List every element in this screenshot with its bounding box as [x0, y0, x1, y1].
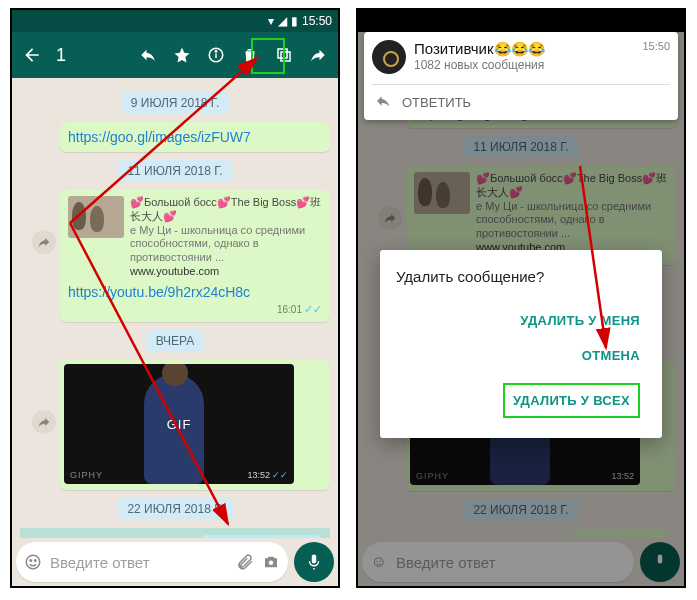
svg-rect-4 — [278, 49, 287, 58]
gif-preview[interactable]: GIF GIPHY 13:52✓✓ — [64, 364, 294, 484]
copy-icon[interactable] — [268, 39, 300, 71]
gif-label: GIF — [167, 416, 192, 431]
read-ticks-icon: ✓✓ — [272, 470, 288, 480]
emoji-icon[interactable] — [24, 553, 42, 571]
forward-bubble-icon[interactable] — [32, 410, 56, 434]
info-icon[interactable] — [200, 39, 232, 71]
back-icon[interactable] — [16, 39, 48, 71]
link-text[interactable]: https://goo.gl/images/izFUW7 — [68, 129, 251, 145]
forward-bubble-icon[interactable] — [32, 230, 56, 254]
notif-emoji: 😂😂😂 — [494, 41, 545, 57]
battery-icon: ▮ — [291, 14, 298, 28]
notif-time: 15:50 — [642, 40, 670, 52]
svg-point-6 — [30, 560, 32, 562]
avatar — [372, 40, 406, 74]
message-link[interactable]: https://goo.gl/images/izFUW7 — [60, 122, 330, 152]
signal-icon: ◢ — [278, 14, 287, 28]
reply-label: ОТВЕТИТЬ — [402, 95, 471, 110]
reply-icon — [372, 93, 394, 112]
attach-icon[interactable] — [236, 553, 254, 571]
camera-icon[interactable] — [262, 553, 280, 571]
forward-icon[interactable] — [302, 39, 334, 71]
dialog-title: Удалить сообщение? — [396, 268, 646, 285]
svg-point-8 — [269, 561, 274, 566]
preview-thumbnail — [68, 196, 124, 238]
delete-dialog: Удалить сообщение? УДАЛИТЬ У МЕНЯ ОТМЕНА… — [380, 250, 662, 438]
svg-point-5 — [26, 555, 40, 569]
notif-title: Позитивчик — [414, 40, 494, 57]
svg-point-7 — [35, 560, 37, 562]
trash-icon[interactable] — [234, 39, 266, 71]
giphy-label: GIPHY — [70, 470, 103, 480]
preview-title: 💕Большой босс💕The Big Boss💕班长大人💕 — [130, 196, 322, 224]
notification-card[interactable]: Позитивчик😂😂😂 1082 новых сообщения 15:50… — [364, 32, 678, 120]
date-chip: 22 ИЮЛЯ 2018 Г. — [117, 498, 232, 520]
message-selected[interactable]: привет 15:50 ✓✓ — [200, 535, 322, 539]
svg-rect-3 — [281, 52, 290, 61]
status-time: 15:50 — [302, 14, 332, 28]
reply-icon[interactable] — [132, 39, 164, 71]
cancel-button[interactable]: ОТМЕНА — [396, 338, 646, 373]
notif-subtitle: 1082 новых сообщения — [414, 58, 634, 72]
input-box[interactable]: Введите ответ — [16, 542, 288, 582]
phone-left: ▾ ◢ ▮ 15:50 1 9 ИЮЛЯ 2018 Г. https — [10, 8, 340, 588]
wifi-icon: ▾ — [268, 14, 274, 28]
preview-site: www.youtube.com — [130, 265, 322, 279]
mic-button[interactable] — [294, 542, 334, 582]
selected-message-row[interactable]: привет 15:50 ✓✓ — [20, 528, 330, 539]
input-placeholder[interactable]: Введите ответ — [50, 554, 228, 571]
delete-for-everyone-button[interactable]: УДАЛИТЬ У ВСЕХ — [503, 383, 640, 418]
status-bar: ▾ ◢ ▮ 15:50 — [12, 10, 338, 32]
chat-area[interactable]: 9 ИЮЛЯ 2018 Г. https://goo.gl/images/izF… — [12, 78, 338, 538]
selection-header: 1 — [12, 32, 338, 78]
msg-time: 13:52 — [247, 470, 270, 480]
svg-point-2 — [215, 51, 217, 53]
link-text[interactable]: https://youtu.be/9h2rx24cH8c — [68, 284, 250, 300]
phone-right: https://goo.gl/images/izFUW7 11 ИЮЛЯ 201… — [356, 8, 686, 588]
composer: Введите ответ — [16, 542, 334, 582]
date-chip: 9 ИЮЛЯ 2018 Г. — [121, 92, 230, 114]
star-icon[interactable] — [166, 39, 198, 71]
date-chip: 11 ИЮЛЯ 2018 Г. — [117, 160, 232, 182]
preview-desc: e Му Ци - школьница со средними способно… — [130, 224, 322, 265]
message-youtube[interactable]: 💕Большой босс💕The Big Boss💕班长大人💕 e Му Ци… — [60, 190, 330, 322]
link-preview[interactable]: 💕Большой босс💕The Big Boss💕班长大人💕 e Му Ци… — [68, 196, 322, 279]
read-ticks-icon: ✓✓ — [304, 303, 322, 316]
selection-count: 1 — [56, 45, 130, 66]
notif-reply-button[interactable]: ОТВЕТИТЬ — [372, 84, 670, 112]
delete-for-me-button[interactable]: УДАЛИТЬ У МЕНЯ — [396, 303, 646, 338]
date-chip: ВЧЕРА — [146, 330, 205, 352]
msg-time: 16:01 — [277, 304, 302, 315]
message-gif[interactable]: GIF GIPHY 13:52✓✓ — [60, 360, 330, 490]
